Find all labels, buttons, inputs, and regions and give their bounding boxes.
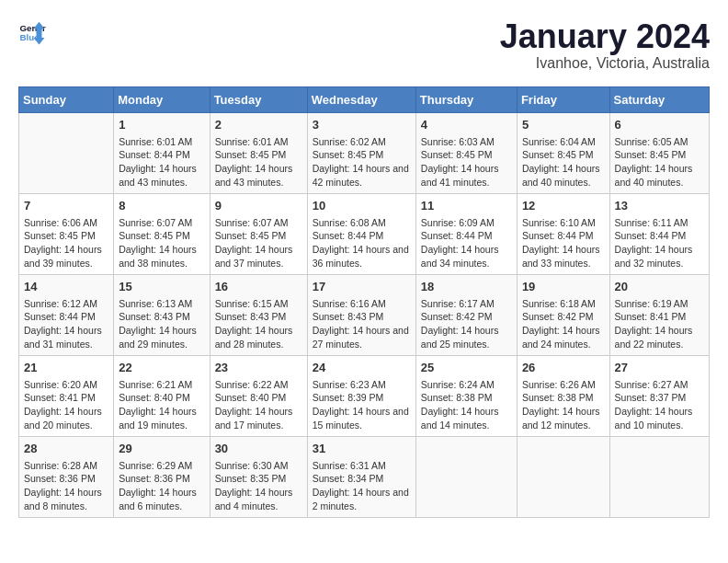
table-row: 29 Sunrise: 6:29 AM Sunset: 8:36 PM Dayl… (114, 436, 210, 517)
table-row: 11 Sunrise: 6:09 AM Sunset: 8:44 PM Dayl… (415, 193, 517, 274)
table-row: 15 Sunrise: 6:13 AM Sunset: 8:43 PM Dayl… (114, 274, 210, 355)
table-row: 18 Sunrise: 6:17 AM Sunset: 8:42 PM Dayl… (415, 274, 517, 355)
day-sunset: Sunset: 8:45 PM (215, 229, 302, 243)
day-sunset: Sunset: 8:45 PM (215, 148, 302, 162)
day-sunset: Sunset: 8:45 PM (522, 148, 605, 162)
header-thursday: Thursday (415, 86, 517, 112)
day-number: 2 (215, 117, 302, 133)
day-sunset: Sunset: 8:40 PM (119, 391, 204, 405)
day-sunrise: Sunrise: 6:26 AM (522, 378, 605, 392)
day-daylight: Daylight: 14 hours and 6 minutes. (119, 486, 204, 512)
calendar-week-row: 7 Sunrise: 6:06 AM Sunset: 8:45 PM Dayli… (19, 193, 710, 274)
day-sunset: Sunset: 8:38 PM (421, 391, 512, 405)
day-daylight: Daylight: 14 hours and 42 minutes. (313, 162, 411, 189)
day-number: 12 (522, 198, 605, 214)
day-sunset: Sunset: 8:42 PM (421, 310, 512, 324)
day-daylight: Daylight: 14 hours and 4 minutes. (215, 486, 302, 512)
day-daylight: Daylight: 14 hours and 32 minutes. (615, 243, 704, 270)
table-row: 26 Sunrise: 6:26 AM Sunset: 8:38 PM Dayl… (517, 355, 609, 436)
day-sunset: Sunset: 8:44 PM (24, 310, 108, 324)
day-sunset: Sunset: 8:41 PM (24, 391, 108, 405)
day-number: 9 (215, 198, 302, 214)
table-row: 25 Sunrise: 6:24 AM Sunset: 8:38 PM Dayl… (415, 355, 517, 436)
day-daylight: Daylight: 14 hours and 15 minutes. (313, 405, 411, 431)
table-row: 21 Sunrise: 6:20 AM Sunset: 8:41 PM Dayl… (19, 355, 114, 436)
day-daylight: Daylight: 14 hours and 19 minutes. (119, 405, 204, 431)
day-sunset: Sunset: 8:45 PM (421, 148, 512, 162)
calendar-week-row: 21 Sunrise: 6:20 AM Sunset: 8:41 PM Dayl… (19, 355, 710, 436)
day-daylight: Daylight: 14 hours and 40 minutes. (522, 162, 605, 189)
day-number: 13 (615, 198, 704, 214)
day-sunset: Sunset: 8:43 PM (119, 310, 204, 324)
day-daylight: Daylight: 14 hours and 17 minutes. (215, 405, 302, 431)
day-sunset: Sunset: 8:43 PM (313, 310, 411, 324)
table-row: 20 Sunrise: 6:19 AM Sunset: 8:41 PM Dayl… (609, 274, 709, 355)
calendar-week-row: 28 Sunrise: 6:28 AM Sunset: 8:36 PM Dayl… (19, 436, 710, 517)
day-number: 18 (421, 279, 512, 295)
day-number: 10 (313, 198, 411, 214)
day-sunset: Sunset: 8:45 PM (119, 229, 204, 243)
day-sunrise: Sunrise: 6:17 AM (421, 297, 512, 311)
day-number: 14 (24, 279, 108, 295)
day-sunrise: Sunrise: 6:06 AM (24, 216, 108, 230)
day-number: 30 (215, 441, 302, 457)
day-daylight: Daylight: 14 hours and 39 minutes. (24, 243, 108, 270)
day-number: 20 (615, 279, 704, 295)
day-sunset: Sunset: 8:42 PM (522, 310, 605, 324)
day-daylight: Daylight: 14 hours and 22 minutes. (615, 324, 704, 350)
day-daylight: Daylight: 14 hours and 24 minutes. (522, 324, 605, 350)
day-number: 8 (119, 198, 204, 214)
table-row: 2 Sunrise: 6:01 AM Sunset: 8:45 PM Dayli… (210, 112, 307, 193)
day-sunset: Sunset: 8:35 PM (215, 472, 302, 486)
day-daylight: Daylight: 14 hours and 40 minutes. (615, 162, 704, 189)
location-subtitle: Ivanhoe, Victoria, Australia (500, 55, 710, 72)
day-sunrise: Sunrise: 6:13 AM (119, 297, 204, 311)
day-sunrise: Sunrise: 6:09 AM (421, 216, 512, 230)
month-title: January 2024 (500, 18, 710, 55)
day-number: 24 (313, 360, 411, 376)
table-row (609, 436, 709, 517)
day-daylight: Daylight: 14 hours and 43 minutes. (215, 162, 302, 189)
day-sunset: Sunset: 8:45 PM (24, 229, 108, 243)
day-daylight: Daylight: 14 hours and 29 minutes. (119, 324, 204, 350)
calendar-table: Sunday Monday Tuesday Wednesday Thursday… (18, 86, 710, 518)
header-wednesday: Wednesday (307, 86, 415, 112)
day-number: 26 (522, 360, 605, 376)
table-row: 31 Sunrise: 6:31 AM Sunset: 8:34 PM Dayl… (307, 436, 415, 517)
day-number: 19 (522, 279, 605, 295)
day-sunset: Sunset: 8:36 PM (119, 472, 204, 486)
day-sunset: Sunset: 8:45 PM (313, 148, 411, 162)
day-daylight: Daylight: 14 hours and 28 minutes. (215, 324, 302, 350)
day-daylight: Daylight: 14 hours and 36 minutes. (313, 243, 411, 270)
day-number: 28 (24, 441, 108, 457)
day-sunrise: Sunrise: 6:18 AM (522, 297, 605, 311)
day-daylight: Daylight: 14 hours and 8 minutes. (24, 486, 108, 512)
table-row: 22 Sunrise: 6:21 AM Sunset: 8:40 PM Dayl… (114, 355, 210, 436)
day-sunset: Sunset: 8:44 PM (313, 229, 411, 243)
table-row: 13 Sunrise: 6:11 AM Sunset: 8:44 PM Dayl… (609, 193, 709, 274)
day-sunset: Sunset: 8:43 PM (215, 310, 302, 324)
day-sunrise: Sunrise: 6:24 AM (421, 378, 512, 392)
day-number: 25 (421, 360, 512, 376)
table-row: 23 Sunrise: 6:22 AM Sunset: 8:40 PM Dayl… (210, 355, 307, 436)
day-daylight: Daylight: 14 hours and 41 minutes. (421, 162, 512, 189)
table-row: 24 Sunrise: 6:23 AM Sunset: 8:39 PM Dayl… (307, 355, 415, 436)
day-sunset: Sunset: 8:40 PM (215, 391, 302, 405)
day-daylight: Daylight: 14 hours and 20 minutes. (24, 405, 108, 431)
table-row (415, 436, 517, 517)
day-sunrise: Sunrise: 6:22 AM (215, 378, 302, 392)
table-row: 7 Sunrise: 6:06 AM Sunset: 8:45 PM Dayli… (19, 193, 114, 274)
table-row: 3 Sunrise: 6:02 AM Sunset: 8:45 PM Dayli… (307, 112, 415, 193)
day-sunrise: Sunrise: 6:11 AM (615, 216, 704, 230)
table-row: 4 Sunrise: 6:03 AM Sunset: 8:45 PM Dayli… (415, 112, 517, 193)
day-daylight: Daylight: 14 hours and 33 minutes. (522, 243, 605, 270)
calendar-week-row: 14 Sunrise: 6:12 AM Sunset: 8:44 PM Dayl… (19, 274, 710, 355)
day-sunset: Sunset: 8:38 PM (522, 391, 605, 405)
table-row: 16 Sunrise: 6:15 AM Sunset: 8:43 PM Dayl… (210, 274, 307, 355)
day-sunset: Sunset: 8:41 PM (615, 310, 704, 324)
day-number: 7 (24, 198, 108, 214)
day-daylight: Daylight: 14 hours and 10 minutes. (615, 405, 704, 431)
table-row (19, 112, 114, 193)
table-row: 27 Sunrise: 6:27 AM Sunset: 8:37 PM Dayl… (609, 355, 709, 436)
day-sunrise: Sunrise: 6:28 AM (24, 459, 108, 473)
